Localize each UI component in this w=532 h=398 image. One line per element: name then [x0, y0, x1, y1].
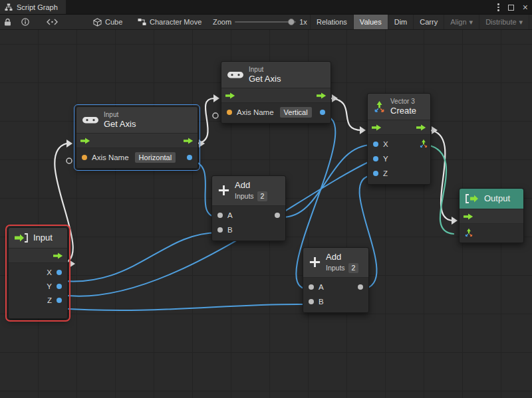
- flow-in-port[interactable]: [372, 124, 382, 131]
- string-port-dot[interactable]: [227, 110, 232, 115]
- flow-out-port[interactable]: [416, 124, 426, 131]
- input-port-dot[interactable]: [373, 156, 378, 161]
- node-header: Input Get Axis: [76, 107, 198, 133]
- info-icon: [21, 18, 29, 26]
- string-port-dot[interactable]: [82, 155, 87, 160]
- input-port-dot[interactable]: [217, 227, 223, 233]
- port-label: B: [319, 298, 324, 306]
- node-vector3-create[interactable]: Vector 3 Create X Y Z: [367, 93, 431, 185]
- port-label: Axis Name: [237, 108, 274, 116]
- window-controls: ×: [497, 0, 528, 15]
- port-label: B: [227, 226, 233, 234]
- flow-out-port[interactable]: [184, 138, 194, 144]
- node-header: Add Inputs 2: [212, 176, 285, 205]
- node-title: Output: [484, 193, 510, 204]
- unity-script-graph-window: Script Graph × Cube: [0, 0, 532, 398]
- input-port-dot[interactable]: [373, 142, 378, 147]
- gamepad-icon: [227, 70, 244, 80]
- port-row-x: X: [9, 265, 67, 279]
- breadcrumb-object-label: Cube: [105, 18, 122, 26]
- input-port-dot[interactable]: [309, 284, 314, 290]
- flow-in-port[interactable]: [225, 92, 235, 99]
- control-flow-row: [368, 120, 430, 134]
- port-label: Z: [47, 296, 52, 304]
- input-port-dot[interactable]: [309, 299, 314, 304]
- maximize-icon[interactable]: [508, 5, 514, 11]
- distribute-dropdown[interactable]: Distribute ▾: [479, 15, 529, 29]
- inputs-row: Inputs 2: [235, 191, 267, 201]
- port-row-b: B: [212, 223, 285, 237]
- breadcrumb-graph-label: Character Move: [150, 18, 201, 26]
- node-header: Vector 3 Create: [368, 94, 430, 120]
- flow-in-port[interactable]: [80, 138, 90, 144]
- axis-name-field[interactable]: Vertical: [280, 107, 312, 118]
- dim-button[interactable]: Dim: [388, 15, 414, 29]
- node-category: Input: [249, 66, 281, 74]
- values-button[interactable]: Values: [353, 15, 388, 29]
- vector-input-row: [460, 226, 523, 239]
- node-get-axis-horizontal[interactable]: Input Get Axis Axis Name Horizontal: [76, 106, 198, 169]
- inputs-label: Inputs: [326, 264, 345, 272]
- breadcrumb-object[interactable]: Cube: [93, 15, 122, 29]
- lock-icon: [4, 18, 11, 26]
- carry-button[interactable]: Carry: [413, 15, 444, 29]
- breadcrumb-graph[interactable]: Character Move: [138, 15, 201, 29]
- output-port-dot[interactable]: [57, 270, 62, 275]
- axis-name-field[interactable]: Horizontal: [135, 152, 176, 163]
- output-port-dot[interactable]: [358, 284, 363, 290]
- node-header: Input Get Axis: [221, 62, 331, 88]
- flow-out-port[interactable]: [53, 252, 63, 259]
- node-header: Output: [460, 189, 523, 209]
- output-port-dot[interactable]: [57, 284, 62, 289]
- port-row-a: A: [212, 208, 285, 223]
- zoom-to-fit-button[interactable]: [47, 15, 58, 29]
- port-label: Y: [383, 155, 388, 163]
- node-category: Input: [104, 111, 136, 119]
- inputs-count-field[interactable]: 2: [348, 263, 359, 273]
- port-label: Z: [383, 169, 388, 177]
- value-ports: A B: [212, 205, 285, 241]
- flow-in-port[interactable]: [464, 213, 473, 220]
- gamepad-icon: [82, 115, 99, 125]
- info-button[interactable]: [21, 15, 29, 29]
- node-get-axis-vertical[interactable]: Input Get Axis Axis Name Vertical: [221, 61, 331, 124]
- port-label: X: [383, 140, 388, 148]
- output-port-dot[interactable]: [275, 213, 280, 218]
- lock-button[interactable]: [4, 15, 11, 29]
- axis-name-row: Axis Name Vertical: [221, 105, 331, 120]
- port-label: X: [47, 268, 52, 276]
- result-port-dot[interactable]: [320, 110, 325, 115]
- relations-button[interactable]: Relations: [310, 15, 353, 29]
- node-add-top[interactable]: Add Inputs 2 A B: [211, 175, 286, 241]
- code-brackets-icon: [47, 19, 58, 25]
- value-ports: X Y Z: [9, 262, 67, 318]
- input-port-dot[interactable]: [373, 171, 378, 176]
- node-add-bottom[interactable]: Add Inputs 2 A B: [303, 247, 369, 313]
- output-port-dot[interactable]: [57, 298, 62, 303]
- inputs-count-field[interactable]: 2: [257, 191, 268, 201]
- zoom-control: Zoom 1x: [213, 15, 307, 29]
- align-dropdown[interactable]: Align ▾: [444, 15, 479, 29]
- value-ports: [460, 223, 523, 243]
- zoom-slider-handle[interactable]: [288, 19, 295, 25]
- value-ports: A B: [303, 277, 368, 312]
- input-port-dot[interactable]: [217, 213, 223, 218]
- zoom-slider[interactable]: [235, 21, 296, 23]
- input-arrow-icon: [14, 233, 29, 243]
- flow-out-port[interactable]: [317, 92, 327, 99]
- tab-script-graph[interactable]: Script Graph: [0, 0, 66, 14]
- control-flow-row: [460, 209, 523, 223]
- result-port-dot[interactable]: [187, 155, 192, 160]
- close-icon[interactable]: ×: [523, 3, 528, 12]
- node-input[interactable]: Input X Y Z: [8, 227, 68, 319]
- vector3-result-port-icon[interactable]: [419, 139, 428, 148]
- value-ports: Axis Name Horizontal: [76, 148, 198, 168]
- node-output[interactable]: Output: [459, 188, 524, 243]
- vector3-input-port-icon[interactable]: [464, 228, 473, 237]
- kebab-menu-icon[interactable]: [497, 3, 499, 11]
- zoom-label: Zoom: [213, 18, 231, 26]
- value-ports: X Y Z: [368, 134, 430, 184]
- chevron-down-icon: ▾: [519, 18, 523, 27]
- node-title: Create: [390, 106, 416, 116]
- overview-button[interactable]: Overv: [529, 15, 532, 29]
